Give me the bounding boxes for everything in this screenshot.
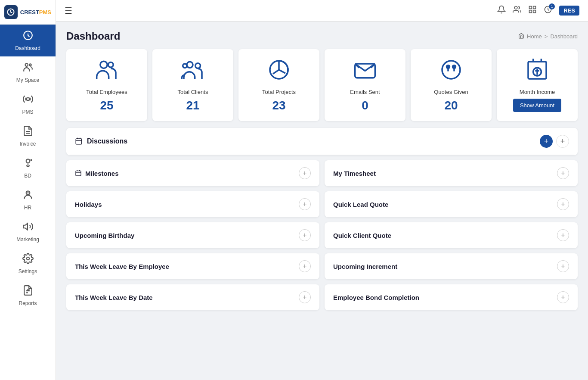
sidebar-item-label: My Space [16,77,39,83]
leave-date-add-btn[interactable]: + [299,291,311,303]
holidays-header: Holidays + [66,191,319,217]
bond-add-btn[interactable]: + [557,291,569,303]
user-avatar[interactable]: RES [559,6,579,16]
bond-title: Employee Bond Completion [333,294,419,301]
users-icon[interactable] [513,5,521,16]
hr-icon [22,189,34,203]
timesheet-header: My Timesheet + [325,160,578,186]
sidebar-item-label: Marketing [16,237,39,243]
stat-card-emails: Emails Sent 0 [325,49,405,121]
clock-badge: 1 [549,3,555,9]
invoice-icon [22,125,34,139]
panel-upcoming-increment: Upcoming Increment + [325,253,578,279]
hamburger-menu[interactable]: ☰ [65,6,72,16]
increment-title: Upcoming Increment [333,263,397,270]
svg-point-24 [195,63,201,69]
sidebar-item-label: BD [24,173,31,179]
svg-rect-18 [533,10,536,13]
quick-lead-title: Quick Lead Quote [333,201,388,208]
logo[interactable]: CRESTPMS [0,0,56,25]
quotes-value: 20 [444,99,458,112]
calendar-icon [75,137,83,145]
breadcrumb-home[interactable]: Home [527,33,542,40]
increment-header: Upcoming Increment + [325,253,578,279]
leave-employee-add-btn[interactable]: + [299,260,311,272]
bd-icon [22,157,34,171]
page-title: Dashboard [66,30,120,42]
panel-employee-bond: Employee Bond Completion + [325,284,578,310]
svg-point-25 [183,64,187,68]
panels-row-3: Upcoming Birthday + Quick Client Quote + [66,222,578,248]
sidebar-item-pms[interactable]: PMS [0,88,56,120]
sidebar-item-settings[interactable]: Settings [0,248,56,280]
stat-card-clients: Total Clients 21 [152,49,233,121]
topnav-left: ☰ [65,6,72,16]
page-header: Dashboard Home > Dashboard [66,30,578,42]
birthday-add-btn[interactable]: + [299,229,311,241]
sidebar-item-label: Dashboard [15,45,40,51]
sidebar-item-invoice[interactable]: Invoice [0,120,56,152]
discussions-add-secondary[interactable]: + [556,135,569,148]
sidebar-item-hr[interactable]: HR [0,184,56,216]
sidebar-item-reports[interactable]: Reports [0,280,56,311]
sidebar-item-label: PMS [22,109,33,115]
topnav: ☰ [56,0,588,22]
panel-leave-by-date: This Week Leave By Date + [66,284,319,310]
panels-row-5: This Week Leave By Date + Employee Bond … [66,284,578,310]
svg-rect-17 [533,6,536,9]
stat-card-quotes: Quotes Given 20 [411,49,492,121]
sidebar-item-marketing[interactable]: Marketing [0,216,56,248]
employees-value: 25 [100,99,113,112]
emails-value: 0 [362,99,368,112]
milestones-add-btn[interactable]: + [299,167,311,179]
reports-icon [22,285,34,299]
svg-point-10 [27,192,28,193]
panel-leave-by-employee: This Week Leave By Employee + [66,253,319,279]
svg-rect-16 [529,6,532,9]
svg-point-23 [187,62,193,68]
increment-add-btn[interactable]: + [557,260,569,272]
stat-card-income: Month Income Show Amount [497,49,578,121]
sidebar-item-bd[interactable]: BD [0,152,56,184]
discussions-add-primary[interactable]: + [540,135,553,148]
sidebar-item-myspace[interactable]: My Space [0,56,56,88]
panels-row-2: Holidays + Quick Lead Quote + [66,191,578,217]
quick-client-header: Quick Client Quote + [325,222,578,248]
grid-icon[interactable] [528,5,537,16]
milestones-title: Milestones [75,170,119,177]
employees-icon [95,58,119,85]
sidebar-item-label: Invoice [19,141,36,147]
content: Dashboard Home > Dashboard [56,22,588,380]
discussions-actions: + + [540,135,569,148]
notification-icon[interactable] [497,5,506,16]
breadcrumb-current: Dashboard [550,33,578,40]
main-wrapper: ☰ [56,0,588,380]
discussions-section: Discussions + + [66,128,578,155]
logo-text: CRESTPMS [20,9,51,16]
timesheet-add-btn[interactable]: + [557,167,569,179]
svg-point-22 [108,62,114,68]
svg-point-30 [442,61,460,79]
panel-my-timesheet: My Timesheet + [325,160,578,186]
birthday-title: Upcoming Birthday [75,232,134,239]
bond-header: Employee Bond Completion + [325,284,578,310]
quick-client-add-btn[interactable]: + [557,229,569,241]
clients-value: 21 [186,99,199,112]
timesheet-title: My Timesheet [333,170,376,177]
milestones-header: Milestones + [66,160,319,186]
projects-label: Total Projects [262,89,296,95]
quick-lead-add-btn[interactable]: + [557,198,569,210]
svg-point-3 [29,64,31,65]
show-amount-button[interactable]: Show Amount [513,99,561,112]
quick-lead-header: Quick Lead Quote + [325,191,578,217]
myspace-icon [22,62,34,75]
sidebar-item-label: Reports [19,300,37,306]
svg-point-4 [26,98,29,101]
emails-label: Emails Sent [350,89,380,95]
holidays-add-btn[interactable]: + [299,198,311,210]
svg-marker-11 [23,223,28,230]
stats-row: Total Employees 25 Total Clients 21 [66,49,578,121]
clock-icon[interactable]: 1 [544,5,552,16]
panel-milestones: Milestones + [66,160,319,186]
sidebar-item-dashboard[interactable]: Dashboard [0,25,56,56]
